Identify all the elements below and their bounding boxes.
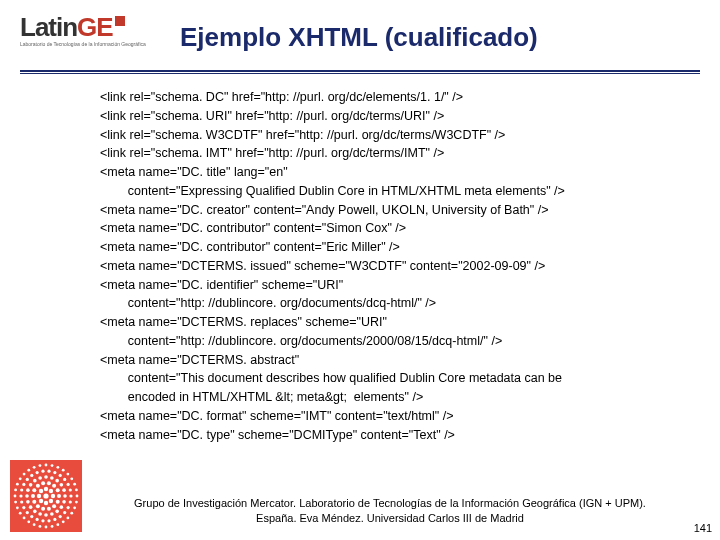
svg-point-51	[41, 519, 44, 522]
svg-point-74	[67, 517, 70, 520]
svg-point-68	[67, 483, 70, 486]
svg-point-7	[39, 489, 43, 493]
svg-point-45	[69, 500, 72, 503]
svg-point-81	[27, 520, 30, 523]
svg-point-39	[44, 475, 48, 479]
svg-point-13	[47, 507, 51, 511]
svg-point-10	[57, 494, 61, 498]
svg-point-46	[67, 506, 70, 509]
latingeo-logo: LatinGE Laboratorio de Tecnologías de la…	[20, 14, 170, 60]
svg-point-15	[36, 504, 40, 508]
svg-point-90	[23, 473, 26, 476]
slide-title: Ejemplo XHTML (cualificado)	[180, 22, 538, 53]
svg-point-84	[16, 506, 19, 509]
svg-point-98	[67, 473, 70, 476]
svg-point-77	[51, 525, 54, 528]
svg-point-4	[44, 501, 48, 505]
svg-point-87	[14, 489, 17, 492]
svg-point-62	[36, 471, 39, 474]
svg-point-72	[73, 506, 76, 509]
svg-point-92	[33, 466, 36, 469]
svg-point-11	[56, 500, 60, 504]
svg-point-28	[50, 512, 54, 516]
svg-point-43	[62, 488, 66, 492]
svg-point-33	[26, 500, 30, 504]
svg-point-75	[62, 520, 65, 523]
svg-point-70	[76, 495, 79, 498]
svg-point-16	[32, 500, 36, 504]
svg-point-14	[41, 507, 45, 511]
title-rule	[20, 70, 700, 74]
svg-point-29	[44, 513, 48, 517]
svg-point-44	[69, 494, 72, 497]
page-number: 141	[694, 522, 712, 534]
svg-point-8	[44, 487, 48, 491]
code-block: <link rel="schema. DC" href="http: //pur…	[100, 88, 680, 444]
svg-point-36	[29, 483, 33, 487]
slide: LatinGE Laboratorio de Tecnologías de la…	[0, 0, 720, 540]
svg-point-37	[33, 479, 37, 483]
footer-line1: Grupo de Investigación Mercator. Laborat…	[134, 497, 646, 509]
svg-point-65	[53, 471, 56, 474]
svg-point-1	[43, 493, 48, 498]
svg-point-55	[22, 506, 25, 509]
svg-point-31	[33, 510, 37, 514]
sun-dots-icon	[10, 460, 82, 532]
svg-point-41	[55, 479, 59, 483]
svg-point-56	[20, 500, 23, 503]
logo-text: LatinGE	[20, 14, 170, 40]
svg-point-63	[41, 470, 44, 473]
svg-point-40	[50, 476, 54, 480]
svg-point-101	[75, 489, 78, 492]
svg-point-59	[22, 483, 25, 486]
svg-point-99	[70, 477, 73, 480]
svg-point-21	[47, 481, 51, 485]
svg-point-60	[26, 478, 29, 481]
svg-point-18	[32, 488, 36, 492]
svg-point-26	[60, 505, 64, 509]
svg-point-47	[63, 511, 66, 514]
svg-point-89	[19, 477, 22, 480]
svg-point-69	[69, 488, 72, 491]
svg-point-9	[49, 489, 53, 493]
svg-point-53	[30, 515, 33, 518]
svg-point-96	[56, 466, 59, 469]
svg-point-93	[39, 464, 42, 467]
svg-point-88	[16, 483, 19, 486]
svg-point-78	[45, 526, 48, 529]
svg-point-3	[49, 499, 53, 503]
svg-point-97	[62, 469, 65, 472]
svg-point-76	[56, 523, 59, 526]
logo-brand-b: GE	[77, 12, 113, 42]
svg-point-66	[59, 474, 62, 477]
logo-square-icon	[115, 16, 125, 26]
svg-point-38	[38, 476, 42, 480]
svg-point-12	[52, 504, 56, 508]
svg-point-5	[39, 499, 43, 503]
svg-point-85	[14, 501, 17, 504]
svg-point-20	[41, 481, 45, 485]
svg-point-2	[51, 494, 55, 498]
svg-point-86	[14, 495, 17, 498]
svg-point-50	[47, 519, 50, 522]
svg-point-19	[36, 484, 40, 488]
svg-point-52	[36, 518, 39, 521]
svg-point-48	[59, 515, 62, 518]
svg-point-71	[75, 501, 78, 504]
svg-point-49	[53, 518, 56, 521]
svg-point-80	[33, 523, 36, 526]
svg-point-22	[52, 484, 56, 488]
footer-line2: España. Eva Méndez. Universidad Carlos I…	[256, 512, 524, 524]
svg-point-57	[19, 494, 22, 497]
svg-point-23	[56, 488, 60, 492]
svg-point-79	[39, 525, 42, 528]
logo-subtitle: Laboratorio de Tecnologías de la Informa…	[20, 41, 170, 47]
svg-point-67	[63, 478, 66, 481]
svg-point-42	[60, 483, 64, 487]
svg-point-6	[37, 494, 41, 498]
svg-point-64	[47, 470, 50, 473]
logo-brand-a: Latin	[20, 12, 77, 42]
svg-point-95	[51, 464, 54, 467]
svg-point-27	[55, 510, 59, 514]
svg-point-83	[19, 512, 22, 515]
